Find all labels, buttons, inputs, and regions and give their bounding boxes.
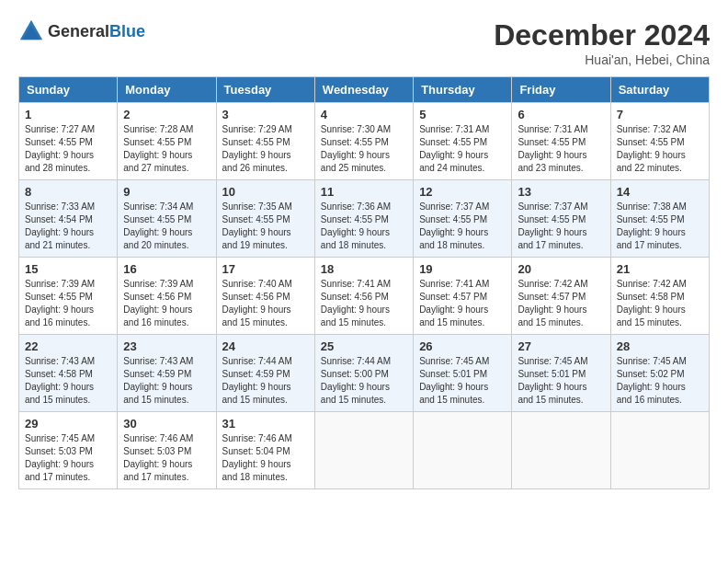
day-number: 17 xyxy=(222,262,309,276)
day-info: Sunrise: 7:41 AMSunset: 4:57 PMDaylight:… xyxy=(419,279,489,327)
day-info: Sunrise: 7:31 AMSunset: 4:55 PMDaylight:… xyxy=(419,124,489,173)
day-info: Sunrise: 7:37 AMSunset: 4:55 PMDaylight:… xyxy=(419,201,489,250)
day-number: 11 xyxy=(321,185,407,199)
table-row: 14Sunrise: 7:38 AMSunset: 4:55 PMDayligh… xyxy=(610,180,709,258)
table-row: 1Sunrise: 7:27 AMSunset: 4:55 PMDaylight… xyxy=(19,103,118,180)
table-row: 20Sunrise: 7:42 AMSunset: 4:57 PMDayligh… xyxy=(512,258,610,335)
day-number: 29 xyxy=(25,417,111,431)
table-row: 24Sunrise: 7:44 AMSunset: 4:59 PMDayligh… xyxy=(216,335,314,412)
table-row: 19Sunrise: 7:41 AMSunset: 4:57 PMDayligh… xyxy=(414,258,512,335)
day-info: Sunrise: 7:41 AMSunset: 4:56 PMDaylight:… xyxy=(321,279,391,327)
location: Huai'an, Hebei, China xyxy=(494,52,710,67)
col-sunday: Sunday xyxy=(19,77,118,103)
day-number: 1 xyxy=(25,108,111,121)
day-info: Sunrise: 7:31 AMSunset: 4:55 PMDaylight:… xyxy=(518,124,587,173)
table-row xyxy=(512,412,610,489)
day-number: 21 xyxy=(617,262,703,276)
day-info: Sunrise: 7:29 AMSunset: 4:55 PMDaylight:… xyxy=(222,124,292,173)
day-number: 16 xyxy=(123,262,210,276)
table-row: 13Sunrise: 7:37 AMSunset: 4:55 PMDayligh… xyxy=(512,180,610,258)
table-row: 27Sunrise: 7:45 AMSunset: 5:01 PMDayligh… xyxy=(512,335,610,412)
table-row: 15Sunrise: 7:39 AMSunset: 4:55 PMDayligh… xyxy=(19,258,118,335)
table-row xyxy=(610,412,709,489)
day-number: 4 xyxy=(321,108,407,121)
calendar-header-row: Sunday Monday Tuesday Wednesday Thursday… xyxy=(19,77,710,103)
day-info: Sunrise: 7:46 AMSunset: 5:03 PMDaylight:… xyxy=(123,433,193,482)
day-number: 10 xyxy=(222,185,309,199)
day-number: 5 xyxy=(419,108,506,121)
day-info: Sunrise: 7:44 AMSunset: 4:59 PMDaylight:… xyxy=(222,356,292,405)
day-number: 20 xyxy=(518,262,604,276)
table-row: 5Sunrise: 7:31 AMSunset: 4:55 PMDaylight… xyxy=(414,103,512,180)
table-row: 29Sunrise: 7:45 AMSunset: 5:03 PMDayligh… xyxy=(19,412,118,489)
table-row: 4Sunrise: 7:30 AMSunset: 4:55 PMDaylight… xyxy=(314,103,413,180)
col-wednesday: Wednesday xyxy=(314,77,413,103)
day-number: 30 xyxy=(123,417,210,431)
day-number: 19 xyxy=(419,262,506,276)
day-number: 3 xyxy=(222,108,309,121)
table-row: 6Sunrise: 7:31 AMSunset: 4:55 PMDaylight… xyxy=(512,103,610,180)
table-row: 21Sunrise: 7:42 AMSunset: 4:58 PMDayligh… xyxy=(610,258,709,335)
day-info: Sunrise: 7:42 AMSunset: 4:58 PMDaylight:… xyxy=(617,279,687,327)
day-info: Sunrise: 7:39 AMSunset: 4:56 PMDaylight:… xyxy=(123,279,193,327)
day-info: Sunrise: 7:45 AMSunset: 5:03 PMDaylight:… xyxy=(25,433,95,482)
day-info: Sunrise: 7:43 AMSunset: 4:58 PMDaylight:… xyxy=(25,356,95,405)
col-tuesday: Tuesday xyxy=(216,77,314,103)
day-number: 26 xyxy=(419,339,506,353)
day-info: Sunrise: 7:37 AMSunset: 4:55 PMDaylight:… xyxy=(518,201,587,250)
day-number: 22 xyxy=(25,339,111,353)
day-number: 7 xyxy=(617,108,703,121)
table-row: 12Sunrise: 7:37 AMSunset: 4:55 PMDayligh… xyxy=(414,180,512,258)
logo: GeneralBlue xyxy=(18,18,145,44)
day-number: 8 xyxy=(25,185,111,199)
day-number: 13 xyxy=(518,185,604,199)
table-row: 17Sunrise: 7:40 AMSunset: 4:56 PMDayligh… xyxy=(216,258,314,335)
day-info: Sunrise: 7:46 AMSunset: 5:04 PMDaylight:… xyxy=(222,433,292,482)
table-row: 31Sunrise: 7:46 AMSunset: 5:04 PMDayligh… xyxy=(216,412,314,489)
day-number: 14 xyxy=(617,185,703,199)
day-info: Sunrise: 7:43 AMSunset: 4:59 PMDaylight:… xyxy=(123,356,193,405)
day-number: 25 xyxy=(321,339,407,353)
day-info: Sunrise: 7:39 AMSunset: 4:55 PMDaylight:… xyxy=(25,279,95,327)
table-row: 9Sunrise: 7:34 AMSunset: 4:55 PMDaylight… xyxy=(118,180,216,258)
day-number: 9 xyxy=(123,185,210,199)
table-row: 2Sunrise: 7:28 AMSunset: 4:55 PMDaylight… xyxy=(118,103,216,180)
day-number: 15 xyxy=(25,262,111,276)
day-number: 6 xyxy=(518,108,604,121)
col-thursday: Thursday xyxy=(414,77,512,103)
table-row: 11Sunrise: 7:36 AMSunset: 4:55 PMDayligh… xyxy=(314,180,413,258)
table-row: 18Sunrise: 7:41 AMSunset: 4:56 PMDayligh… xyxy=(314,258,413,335)
table-row: 7Sunrise: 7:32 AMSunset: 4:55 PMDaylight… xyxy=(610,103,709,180)
day-info: Sunrise: 7:45 AMSunset: 5:01 PMDaylight:… xyxy=(419,356,489,405)
day-info: Sunrise: 7:45 AMSunset: 5:01 PMDaylight:… xyxy=(518,356,587,405)
day-info: Sunrise: 7:40 AMSunset: 4:56 PMDaylight:… xyxy=(222,279,292,327)
month-year: December 2024 xyxy=(494,18,710,52)
day-info: Sunrise: 7:33 AMSunset: 4:54 PMDaylight:… xyxy=(25,201,95,250)
day-number: 24 xyxy=(222,339,309,353)
table-row: 22Sunrise: 7:43 AMSunset: 4:58 PMDayligh… xyxy=(19,335,118,412)
logo-text-general: General xyxy=(48,22,109,40)
day-info: Sunrise: 7:32 AMSunset: 4:55 PMDaylight:… xyxy=(617,124,687,173)
day-number: 23 xyxy=(123,339,210,353)
day-number: 18 xyxy=(321,262,407,276)
day-number: 2 xyxy=(123,108,210,121)
calendar-table: Sunday Monday Tuesday Wednesday Thursday… xyxy=(18,76,710,489)
col-monday: Monday xyxy=(118,77,216,103)
table-row xyxy=(414,412,512,489)
day-info: Sunrise: 7:45 AMSunset: 5:02 PMDaylight:… xyxy=(617,356,687,405)
day-info: Sunrise: 7:42 AMSunset: 4:57 PMDaylight:… xyxy=(518,279,587,327)
day-info: Sunrise: 7:38 AMSunset: 4:55 PMDaylight:… xyxy=(617,201,687,250)
day-info: Sunrise: 7:35 AMSunset: 4:55 PMDaylight:… xyxy=(222,201,292,250)
day-info: Sunrise: 7:27 AMSunset: 4:55 PMDaylight:… xyxy=(25,124,95,173)
day-info: Sunrise: 7:30 AMSunset: 4:55 PMDaylight:… xyxy=(321,124,391,173)
table-row xyxy=(314,412,413,489)
logo-text-blue: Blue xyxy=(109,22,145,40)
day-number: 12 xyxy=(419,185,506,199)
day-number: 27 xyxy=(518,339,604,353)
table-row: 16Sunrise: 7:39 AMSunset: 4:56 PMDayligh… xyxy=(118,258,216,335)
day-info: Sunrise: 7:44 AMSunset: 5:00 PMDaylight:… xyxy=(321,356,391,405)
table-row: 23Sunrise: 7:43 AMSunset: 4:59 PMDayligh… xyxy=(118,335,216,412)
title-block: December 2024 Huai'an, Hebei, China xyxy=(494,18,710,67)
table-row: 28Sunrise: 7:45 AMSunset: 5:02 PMDayligh… xyxy=(610,335,709,412)
table-row: 10Sunrise: 7:35 AMSunset: 4:55 PMDayligh… xyxy=(216,180,314,258)
